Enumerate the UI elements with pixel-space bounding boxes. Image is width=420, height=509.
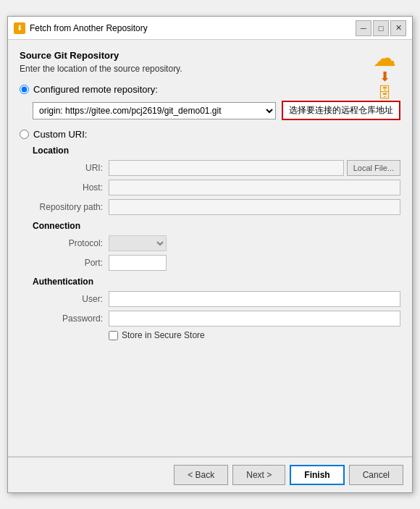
window-controls: ─ □ ✕ — [356, 20, 406, 36]
password-row: Password: — [33, 311, 400, 327]
secure-store-checkbox[interactable] — [109, 331, 118, 340]
window-icon: ⬇ — [14, 22, 25, 34]
uri-label: URI: — [33, 163, 109, 173]
back-button[interactable]: < Back — [174, 465, 228, 485]
password-input[interactable] — [109, 311, 400, 327]
configured-remote-radio-row: Configured remote repository: — [20, 84, 400, 95]
uri-row: URI: Local File... — [33, 160, 400, 176]
cloud-icon: ☁ — [373, 44, 396, 72]
port-input[interactable] — [109, 255, 167, 271]
local-file-button[interactable]: Local File... — [347, 160, 400, 176]
arrow-down-icon: ⬇ — [379, 69, 390, 85]
secure-store-row: Store in Secure Store — [109, 330, 400, 340]
finish-button[interactable]: Finish — [290, 465, 344, 485]
next-button[interactable]: Next > — [232, 465, 285, 485]
host-row: Host: — [33, 180, 400, 195]
cancel-button[interactable]: Cancel — [349, 465, 403, 485]
host-input[interactable] — [109, 180, 400, 195]
user-label: User: — [33, 294, 109, 304]
user-row: User: — [33, 291, 400, 307]
maximize-button[interactable]: □ — [373, 20, 389, 36]
uri-input[interactable] — [109, 160, 344, 176]
database-icon: 🗄 — [377, 85, 392, 101]
port-label: Port: — [33, 258, 109, 268]
page-description: Enter the location of the source reposit… — [20, 64, 400, 74]
configured-repo-row: origin: https://gitee.com/pcj2619/git_de… — [33, 101, 400, 120]
location-group-label: Location — [33, 146, 400, 156]
host-label: Host: — [33, 182, 109, 193]
repo-path-row: Repository path: — [33, 199, 400, 215]
close-button[interactable]: ✕ — [390, 20, 406, 36]
port-row: Port: — [33, 255, 400, 271]
main-window: ⬇ Fetch from Another Repository ─ □ ✕ ☁ … — [7, 16, 413, 493]
remote-repo-select[interactable]: origin: https://gitee.com/pcj2619/git_de… — [33, 102, 276, 119]
custom-uri-radio[interactable] — [20, 130, 29, 139]
window-title: Fetch from Another Repository — [30, 23, 356, 33]
empty-space — [20, 340, 400, 434]
header-icon-area: ☁ ⬇ 🗄 — [373, 44, 396, 101]
authentication-group-label: Authentication — [33, 277, 400, 287]
configured-remote-radio[interactable] — [20, 85, 29, 94]
protocol-label: Protocol: — [33, 238, 109, 248]
main-content: Source Git Repository Enter the location… — [8, 40, 412, 445]
tooltip-box: 选择要连接的远程仓库地址 — [282, 101, 400, 120]
bottom-bar: < Back Next > Finish Cancel — [8, 457, 412, 492]
custom-uri-radio-row: Custom URI: — [20, 129, 400, 140]
secure-store-label[interactable]: Store in Secure Store — [122, 330, 205, 340]
repo-path-label: Repository path: — [33, 202, 109, 212]
title-bar: ⬇ Fetch from Another Repository ─ □ ✕ — [8, 17, 412, 40]
configured-remote-label[interactable]: Configured remote repository: — [33, 84, 158, 95]
location-section: Location URI: Local File... Host: Reposi… — [33, 146, 400, 340]
uri-input-area: Local File... — [109, 160, 400, 176]
repo-path-input[interactable] — [109, 199, 400, 215]
user-input[interactable] — [109, 291, 400, 307]
minimize-button[interactable]: ─ — [356, 20, 371, 36]
page-title: Source Git Repository — [20, 50, 400, 61]
custom-uri-label[interactable]: Custom URI: — [33, 129, 87, 140]
protocol-row: Protocol: — [33, 235, 400, 251]
protocol-select[interactable] — [109, 235, 167, 251]
connection-group-label: Connection — [33, 221, 400, 231]
password-label: Password: — [33, 314, 109, 324]
